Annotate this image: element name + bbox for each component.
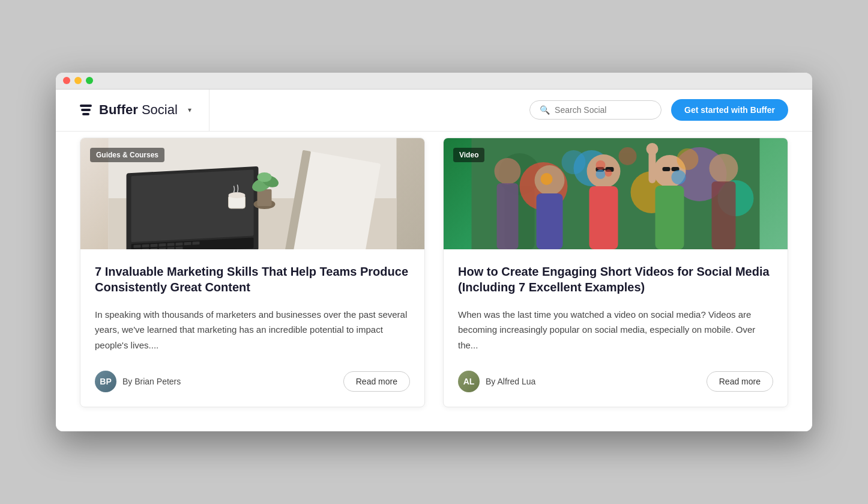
svg-point-27	[229, 192, 246, 198]
titlebar	[56, 73, 812, 90]
svg-point-45	[541, 173, 553, 185]
app-window: Buffer Social ▾ 🔍 Get started with Buffe…	[56, 73, 812, 432]
card-excerpt-2: When was the last time you watched a vid…	[458, 307, 773, 353]
svg-rect-8	[159, 243, 166, 247]
svg-rect-5	[134, 244, 141, 248]
author-name-1: By Brian Peters	[122, 377, 181, 386]
card-body-1: 7 Invaluable Marketing Skills That Help …	[80, 249, 424, 407]
brand-name[interactable]: Buffer Social	[99, 102, 178, 118]
svg-point-57	[646, 143, 659, 155]
read-more-button-2[interactable]: Read more	[707, 371, 773, 392]
author-name-2: By Alfred Lua	[486, 377, 535, 386]
svg-rect-47	[656, 186, 684, 249]
svg-rect-12	[193, 241, 200, 245]
svg-point-25	[258, 172, 272, 182]
card-excerpt-1: In speaking with thousands of marketers …	[95, 307, 410, 353]
svg-rect-17	[167, 247, 175, 249]
svg-rect-10	[176, 242, 183, 246]
card-body-2: How to Create Engaging Short Videos for …	[444, 249, 788, 407]
svg-rect-6	[142, 244, 149, 247]
card-footer-2: AL By Alfred Lua Read more	[458, 371, 773, 392]
close-dot[interactable]	[63, 77, 70, 84]
svg-rect-22	[258, 189, 272, 206]
svg-point-52	[495, 158, 521, 184]
card-image-2: Video	[444, 138, 788, 249]
main-content: Guides & Courses 7 Invaluable Marketing …	[56, 132, 812, 432]
svg-rect-37	[589, 186, 618, 249]
chevron-down-icon[interactable]: ▾	[185, 105, 194, 115]
logo-area: Buffer Social ▾	[80, 90, 209, 131]
maximize-dot[interactable]	[86, 77, 93, 84]
cards-grid: Guides & Courses 7 Invaluable Marketing …	[80, 132, 788, 408]
card-image-1: Guides & Courses	[80, 138, 424, 249]
article-card-2: Video How to Create Engaging Short Video…	[443, 138, 788, 408]
category-badge-1: Guides & Courses	[90, 148, 164, 162]
svg-rect-7	[151, 243, 158, 247]
svg-point-59	[619, 147, 637, 165]
svg-rect-48	[663, 167, 671, 171]
svg-rect-56	[649, 150, 656, 183]
read-more-button-1[interactable]: Read more	[343, 371, 410, 392]
svg-rect-11	[184, 242, 191, 246]
category-badge-2: Video	[453, 148, 484, 162]
author-area-2: AL By Alfred Lua	[458, 371, 535, 392]
minimize-dot[interactable]	[74, 77, 82, 84]
svg-rect-18	[176, 246, 183, 249]
search-bar[interactable]: 🔍	[529, 100, 662, 120]
svg-point-50	[672, 170, 686, 184]
search-icon: 🔍	[540, 105, 550, 115]
buffer-logo-icon	[80, 105, 92, 115]
header: Buffer Social ▾ 🔍 Get started with Buffe…	[56, 90, 812, 132]
author-avatar-2: AL	[458, 371, 480, 392]
card-title-2: How to Create Engaging Short Videos for …	[458, 264, 773, 295]
article-card-1: Guides & Courses 7 Invaluable Marketing …	[80, 138, 425, 408]
svg-rect-44	[537, 193, 563, 249]
search-input[interactable]	[555, 105, 651, 115]
svg-rect-9	[167, 243, 175, 246]
svg-point-58	[562, 150, 586, 174]
svg-point-60	[677, 148, 699, 170]
author-area-1: BP By Brian Peters	[95, 371, 181, 392]
svg-point-54	[710, 154, 738, 183]
card-title-1: 7 Invaluable Marketing Skills That Help …	[95, 264, 410, 295]
get-started-button[interactable]: Get started with Buffer	[671, 99, 788, 121]
svg-rect-53	[497, 183, 519, 249]
svg-rect-55	[712, 181, 736, 249]
card-footer-1: BP By Brian Peters Read more	[95, 371, 410, 392]
svg-point-41	[596, 169, 606, 179]
svg-point-51	[596, 160, 606, 170]
people-illustration	[444, 138, 788, 249]
svg-point-42	[605, 169, 612, 177]
svg-rect-40	[604, 169, 606, 170]
author-avatar-1: BP	[95, 371, 116, 392]
